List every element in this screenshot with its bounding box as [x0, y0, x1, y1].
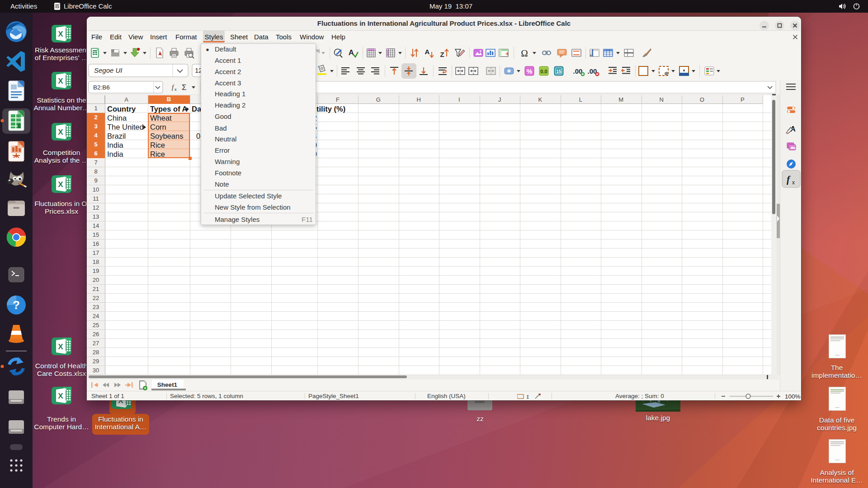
- svg-text:I: I: [526, 394, 529, 399]
- svg-text:%: %: [527, 68, 533, 75]
- svg-text:A: A: [425, 48, 430, 56]
- svg-text:0.0: 0.0: [540, 69, 547, 74]
- svg-text:x: x: [792, 179, 795, 186]
- svg-text:15: 15: [556, 69, 561, 74]
- svg-text:Z: Z: [440, 51, 444, 58]
- svg-text:100%: 100%: [785, 393, 801, 400]
- svg-text:Segoe UI: Segoe UI: [94, 66, 123, 74]
- svg-text:B2:B6: B2:B6: [93, 84, 110, 91]
- svg-text:A: A: [349, 48, 354, 57]
- svg-text:Sheet1: Sheet1: [157, 381, 178, 388]
- svg-text:x: x: [175, 87, 177, 92]
- svg-text:Ω: Ω: [521, 48, 528, 59]
- svg-text:Σ: Σ: [182, 83, 187, 92]
